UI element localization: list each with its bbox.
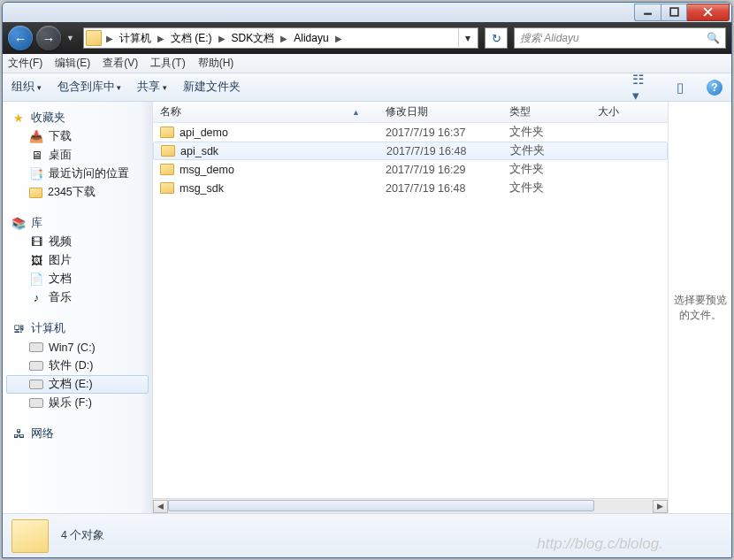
- search-input[interactable]: 搜索 Alidayu 🔍: [514, 27, 726, 49]
- chevron-right-icon[interactable]: ▶: [155, 34, 167, 43]
- folder-large-icon: [11, 519, 49, 553]
- svg-rect-1: [670, 8, 678, 16]
- favorites-label: 收藏夹: [31, 111, 65, 126]
- crumb-drive[interactable]: 文档 (E:): [169, 31, 214, 46]
- refresh-button[interactable]: ↻: [485, 27, 508, 49]
- maximize-button[interactable]: [661, 4, 687, 21]
- drive-icon: [29, 380, 43, 389]
- explorer-window: ← → ▼ ▶ 计算机 ▶ 文档 (E:) ▶ SDK文档 ▶ Alidayu …: [2, 2, 732, 558]
- network-icon: 🖧: [11, 427, 26, 441]
- computer-label: 计算机: [31, 321, 65, 336]
- folder-icon: [160, 127, 174, 138]
- file-date: 2017/7/19 16:29: [378, 164, 502, 176]
- scroll-thumb[interactable]: [168, 500, 594, 511]
- share-button[interactable]: 共享: [137, 80, 167, 95]
- window-controls: [634, 4, 730, 21]
- desktop-icon: 🖥: [29, 149, 43, 163]
- sidebar-favorites-header[interactable]: ★ 收藏夹: [6, 109, 149, 127]
- computer-icon: 🖳: [11, 322, 26, 336]
- sidebar-item-desktop[interactable]: 🖥桌面: [6, 146, 149, 165]
- sidebar-item-pictures[interactable]: 🖼图片: [6, 251, 149, 270]
- folder-icon: [161, 145, 175, 157]
- newfolder-button[interactable]: 新建文件夹: [183, 80, 241, 95]
- sidebar-item-2345[interactable]: 2345下载: [6, 183, 149, 202]
- menu-view[interactable]: 查看(V): [103, 56, 138, 71]
- nav-bar: ← → ▼ ▶ 计算机 ▶ 文档 (E:) ▶ SDK文档 ▶ Alidayu …: [3, 22, 731, 54]
- file-row[interactable]: api_demo2017/7/19 16:37文件夹: [153, 123, 668, 142]
- preview-pane: 选择要预览的文件。: [668, 102, 731, 513]
- column-size[interactable]: 大小: [591, 104, 653, 119]
- file-row[interactable]: msg_demo2017/7/19 16:29文件夹: [153, 160, 668, 179]
- menu-edit[interactable]: 编辑(E): [55, 56, 90, 71]
- chevron-right-icon[interactable]: ▶: [278, 34, 290, 43]
- sort-asc-icon: ▲: [352, 108, 360, 117]
- column-date[interactable]: 修改日期: [378, 104, 502, 119]
- sidebar-item-recent[interactable]: 📑最近访问的位置: [6, 165, 149, 183]
- file-type: 文件夹: [502, 180, 591, 196]
- file-date: 2017/7/19 16:37: [378, 127, 502, 139]
- file-date: 2017/7/19 16:48: [378, 182, 502, 195]
- file-pane: 名称▲ 修改日期 类型 大小 api_demo2017/7/19 16:37文件…: [153, 102, 668, 513]
- scroll-left-button[interactable]: ◀: [153, 500, 168, 513]
- address-bar[interactable]: ▶ 计算机 ▶ 文档 (E:) ▶ SDK文档 ▶ Alidayu ▶ ▾: [83, 27, 478, 49]
- sidebar-network-header[interactable]: 🖧 网络: [6, 425, 149, 443]
- file-date: 2017/7/19 16:48: [379, 145, 503, 157]
- crumb-computer[interactable]: 计算机: [118, 31, 153, 46]
- music-icon: ♪: [29, 291, 43, 305]
- sidebar-item-music[interactable]: ♪音乐: [6, 288, 149, 307]
- title-bar[interactable]: [3, 3, 731, 22]
- drive-icon: [29, 398, 43, 408]
- column-name[interactable]: 名称▲: [153, 104, 378, 119]
- file-row[interactable]: msg_sdk2017/7/19 16:48文件夹: [153, 179, 668, 197]
- scroll-track[interactable]: [168, 500, 653, 513]
- menu-tools[interactable]: 工具(T): [150, 56, 185, 71]
- preview-text: 选择要预览的文件。: [672, 293, 728, 323]
- library-icon: 📚: [11, 217, 26, 231]
- sidebar-item-documents[interactable]: 📄文档: [6, 270, 149, 288]
- file-name: api_sdk: [180, 145, 218, 157]
- sidebar-item-drive-f[interactable]: 娱乐 (F:): [6, 394, 149, 412]
- sidebar-library-header[interactable]: 📚 库: [6, 214, 149, 233]
- help-icon[interactable]: ?: [707, 80, 723, 96]
- chevron-right-icon[interactable]: ▶: [333, 34, 345, 43]
- file-type: 文件夹: [503, 143, 592, 158]
- file-list[interactable]: api_demo2017/7/19 16:37文件夹api_sdk2017/7/…: [153, 123, 668, 498]
- status-text: 4 个对象: [61, 528, 104, 543]
- scroll-right-button[interactable]: ▶: [653, 500, 668, 513]
- chevron-right-icon[interactable]: ▶: [103, 34, 116, 43]
- file-row[interactable]: api_sdk2017/7/19 16:48文件夹: [153, 142, 668, 160]
- sidebar-item-drive-e[interactable]: 文档 (E:): [6, 375, 149, 394]
- drive-icon: [29, 361, 43, 371]
- watermark: http://blog.c/blolog.: [537, 535, 663, 553]
- navigation-sidebar: ★ 收藏夹 📥下载 🖥桌面 📑最近访问的位置 2345下载 📚 库 🎞视频 🖼图…: [3, 102, 153, 513]
- search-icon[interactable]: 🔍: [707, 32, 720, 44]
- close-button[interactable]: [687, 4, 730, 21]
- sidebar-item-downloads[interactable]: 📥下载: [6, 127, 149, 146]
- sidebar-computer-header[interactable]: 🖳 计算机: [6, 319, 149, 338]
- chevron-right-icon[interactable]: ▶: [216, 34, 228, 43]
- history-dropdown[interactable]: ▼: [65, 34, 76, 42]
- include-button[interactable]: 包含到库中: [57, 80, 122, 95]
- horizontal-scrollbar[interactable]: ◀ ▶: [153, 498, 668, 513]
- folder-icon: [86, 30, 102, 46]
- view-mode-button[interactable]: ☷ ▾: [632, 79, 654, 96]
- document-icon: 📄: [29, 272, 43, 287]
- minimize-button[interactable]: [634, 4, 661, 21]
- organize-button[interactable]: 组织: [11, 80, 42, 95]
- menu-file[interactable]: 文件(F): [8, 56, 42, 71]
- sidebar-item-drive-d[interactable]: 软件 (D:): [6, 357, 149, 375]
- preview-pane-button[interactable]: ▯: [669, 79, 691, 96]
- menu-help[interactable]: 帮助(H): [198, 56, 234, 71]
- content-area: 名称▲ 修改日期 类型 大小 api_demo2017/7/19 16:37文件…: [153, 102, 731, 513]
- crumb-dir1[interactable]: SDK文档: [230, 31, 277, 46]
- library-label: 库: [31, 216, 42, 231]
- file-name: msg_demo: [180, 164, 234, 176]
- star-icon: ★: [11, 111, 26, 126]
- sidebar-item-video[interactable]: 🎞视频: [6, 233, 149, 251]
- back-button[interactable]: ←: [8, 26, 33, 50]
- address-dropdown[interactable]: ▾: [458, 29, 476, 47]
- forward-button[interactable]: →: [36, 26, 61, 50]
- column-type[interactable]: 类型: [502, 104, 591, 119]
- crumb-dir2[interactable]: Alidayu: [292, 32, 330, 44]
- sidebar-item-drive-c[interactable]: Win7 (C:): [6, 338, 149, 357]
